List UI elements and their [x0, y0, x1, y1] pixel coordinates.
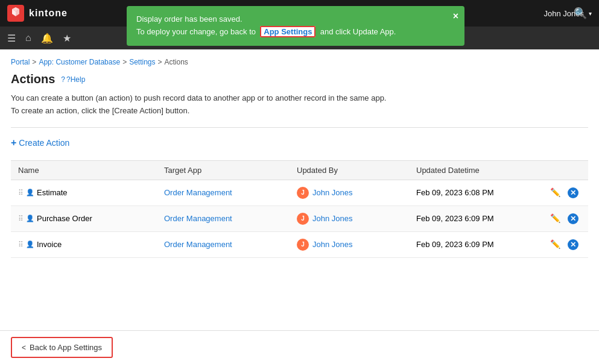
edit-button-1[interactable]: ✏️: [548, 212, 563, 224]
drag-handle-icon-0[interactable]: ⠿: [18, 189, 24, 197]
back-to-app-settings-button[interactable]: < Back to App Settings: [11, 337, 113, 358]
updated-datetime-1: Feb 09, 2023 6:09 PM: [416, 214, 494, 223]
delete-circle-icon-0: ✕: [568, 187, 578, 198]
logo: kintone: [7, 5, 68, 22]
back-chevron-icon: <: [22, 344, 26, 352]
page-title-row: Actions ??Help: [11, 72, 588, 86]
breadcrumb-actions: Actions: [165, 58, 188, 66]
help-link[interactable]: ??Help: [61, 75, 85, 84]
table-row: ⠿ 👤 Estimate Order Management J John Jon…: [11, 180, 588, 206]
description-line1: You can create a button (an action) to p…: [11, 93, 386, 102]
home-icon[interactable]: ⌂: [25, 33, 31, 43]
updated-datetime-2: Feb 09, 2023 6:09 PM: [416, 240, 494, 249]
table-row: ⠿ 👤 Purchase Order Order Management J Jo…: [11, 206, 588, 231]
col-header-actions: [535, 160, 588, 180]
app-name: kintone: [29, 8, 68, 19]
updated-datetime-0: Feb 09, 2023 6:08 PM: [416, 188, 494, 197]
cell-target-1: Order Management: [157, 206, 290, 231]
table-row: ⠿ 👤 Invoice Order Management J John Jone…: [11, 231, 588, 257]
cell-row-actions-0: ✏️ ✕: [535, 180, 588, 206]
help-label: ?Help: [66, 75, 85, 84]
cell-datetime-0: Feb 09, 2023 6:08 PM: [409, 180, 535, 206]
favorites-icon[interactable]: ★: [63, 33, 71, 44]
cell-updated-by-1: J John Jones: [290, 206, 409, 231]
menu-icon[interactable]: ☰: [7, 33, 16, 44]
updated-by-link-1[interactable]: John Jones: [312, 214, 353, 223]
table-header-row: Name Target App Updated By Updated Datet…: [11, 160, 588, 180]
search-area: 🔍: [569, 0, 592, 27]
edit-button-2[interactable]: ✏️: [548, 238, 563, 250]
delete-circle-icon-2: ✕: [568, 239, 578, 250]
cell-target-2: Order Management: [157, 231, 290, 257]
cell-updated-by-0: J John Jones: [290, 180, 409, 206]
actions-table: Name Target App Updated By Updated Datet…: [11, 160, 588, 258]
delete-button-2[interactable]: ✕: [565, 238, 581, 251]
row-icon-1: 👤: [26, 215, 34, 222]
cell-name-2: ⠿ 👤 Invoice: [11, 231, 157, 257]
notification-line2-suffix: and click Update App.: [320, 27, 396, 36]
main-content: Portal > App: Customer Database > Settin…: [0, 49, 599, 266]
cell-row-actions-1: ✏️ ✕: [535, 206, 588, 231]
breadcrumb-settings[interactable]: Settings: [129, 58, 155, 66]
description-line2: To create an action, click the [Create A…: [11, 106, 189, 115]
user-avatar-1: J: [297, 213, 309, 225]
updated-by-link-2[interactable]: John Jones: [312, 240, 353, 249]
breadcrumb-app[interactable]: App: Customer Database: [39, 58, 120, 66]
row-icon-0: 👤: [26, 189, 34, 196]
cell-datetime-1: Feb 09, 2023 6:09 PM: [409, 206, 535, 231]
page-title: Actions: [11, 72, 55, 86]
drag-handle-icon-1[interactable]: ⠿: [18, 215, 24, 223]
row-icon-2: 👤: [26, 240, 34, 248]
app-settings-link[interactable]: App Settings: [260, 26, 315, 37]
target-app-link-2[interactable]: Order Management: [164, 240, 232, 249]
create-action-plus-icon: +: [11, 137, 16, 148]
delete-circle-icon-1: ✕: [568, 213, 578, 224]
drag-handle-icon-2[interactable]: ⠿: [18, 240, 24, 249]
notification-banner: Display order has been saved. To deploy …: [127, 6, 464, 46]
breadcrumb-sep-3: >: [158, 58, 162, 66]
notification-line1: Display order has been saved.: [136, 14, 242, 24]
user-avatar-2: J: [297, 239, 309, 251]
breadcrumb: Portal > App: Customer Database > Settin…: [11, 58, 588, 66]
footer: < Back to App Settings: [0, 330, 599, 364]
breadcrumb-portal[interactable]: Portal: [11, 58, 30, 66]
action-name-1: Purchase Order: [37, 214, 92, 223]
col-header-updated-by: Updated By: [290, 160, 409, 180]
cell-name-1: ⠿ 👤 Purchase Order: [11, 206, 157, 231]
notification-close-button[interactable]: ×: [453, 11, 458, 22]
cell-name-0: ⠿ 👤 Estimate: [11, 180, 157, 206]
back-button-label: Back to App Settings: [30, 343, 102, 352]
target-app-link-1[interactable]: Order Management: [164, 214, 232, 223]
target-app-link-0[interactable]: Order Management: [164, 188, 232, 197]
user-avatar-0: J: [297, 187, 309, 199]
help-icon: ?: [61, 75, 65, 84]
updated-by-link-0[interactable]: John Jones: [312, 188, 353, 197]
action-name-2: Invoice: [37, 240, 62, 249]
action-name-0: Estimate: [37, 188, 68, 197]
notification-line2-prefix: To deploy your change, go back to: [136, 27, 256, 36]
col-header-datetime: Updated Datetime: [409, 160, 535, 180]
cell-updated-by-2: J John Jones: [290, 231, 409, 257]
breadcrumb-sep-2: >: [122, 58, 127, 66]
create-action-label: Create Action: [19, 138, 69, 148]
edit-button-0[interactable]: ✏️: [548, 186, 563, 198]
cell-target-0: Order Management: [157, 180, 290, 206]
description: You can create a button (an action) to p…: [11, 92, 588, 118]
col-header-target: Target App: [157, 160, 290, 180]
notifications-icon[interactable]: 🔔: [41, 33, 53, 44]
col-header-name: Name: [11, 160, 157, 180]
delete-button-1[interactable]: ✕: [565, 212, 581, 225]
create-action-button[interactable]: + Create Action: [11, 134, 69, 152]
breadcrumb-sep-1: >: [32, 58, 36, 66]
kintone-logo-icon: [7, 5, 24, 22]
divider: [11, 127, 588, 128]
search-button[interactable]: 🔍: [569, 4, 592, 22]
delete-button-0[interactable]: ✕: [565, 186, 581, 199]
cell-datetime-2: Feb 09, 2023 6:09 PM: [409, 231, 535, 257]
cell-row-actions-2: ✏️ ✕: [535, 231, 588, 257]
